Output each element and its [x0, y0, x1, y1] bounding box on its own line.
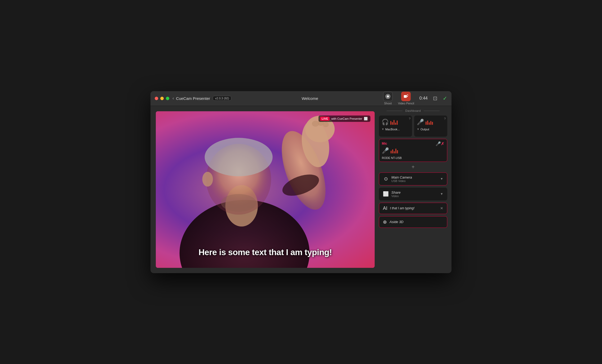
camera-source-icon: ⊙ [383, 176, 389, 182]
shoot-label: Shoot [384, 102, 392, 105]
video-pencil-label: Video Pencil [398, 102, 414, 105]
video-wrapper: LIVE with CueCam Presenter ⬜ Here is som… [156, 111, 375, 268]
camera-source-info: Main Camera USB Video [391, 175, 437, 183]
camera-source-name: Main Camera [391, 175, 437, 179]
cuecam-icon: ⬜ [364, 117, 368, 121]
mic-icon: 🎤 [382, 147, 389, 154]
main-content: LIVE with CueCam Presenter ⬜ Here is som… [150, 106, 452, 273]
mic-bar-3 [394, 151, 395, 153]
mic-label: Mic [382, 142, 387, 145]
level-bar-3 [393, 120, 395, 125]
mic-level-bars [391, 148, 398, 153]
video-container: LIVE with CueCam Presenter ⬜ Here is som… [150, 106, 375, 273]
macbook-audio-icon-row: 🎧 [382, 119, 409, 126]
live-indicator: LIVE [320, 117, 330, 121]
sidebar: Dashboard ? 🎧 [375, 106, 452, 273]
svg-point-17 [323, 122, 329, 127]
mic-bar-5 [397, 150, 398, 153]
macbook-audio-card[interactable]: ? 🎧 ▼ MacBook... [379, 116, 412, 137]
text-overlay-value: t that I am typing! [390, 206, 437, 210]
mic-card[interactable]: Mic 🎤✗ 🎤 RODE NT-USB [379, 139, 447, 162]
headphones-icon: 🎧 [382, 119, 389, 126]
back-button[interactable]: ‹ [172, 96, 174, 101]
out-bar-5 [432, 122, 433, 125]
output-audio-icon-row: 🎤 [417, 119, 445, 126]
live-badge: LIVE with CueCam Presenter ⬜ [318, 116, 370, 122]
svg-line-5 [407, 95, 408, 95]
mic-bar-2 [392, 149, 393, 153]
macbook-level-bars [390, 119, 398, 125]
output-expand-icon: ▼ [417, 128, 419, 131]
share-source-icon: ⬜ [383, 191, 389, 197]
text-overlay-row[interactable]: AI t that I am typing! ✕ [379, 203, 447, 214]
svg-point-0 [387, 95, 389, 98]
output-name: Output [420, 128, 429, 131]
version-badge: v2.0.3 (92) [213, 96, 232, 101]
mic-bar-1 [391, 151, 392, 153]
aside-3d-icon: ⊕ [383, 219, 387, 225]
macbook-help-button[interactable]: ? [409, 117, 410, 120]
confirm-button[interactable]: ✓ [443, 95, 447, 101]
share-chevron-icon: ▼ [440, 192, 443, 196]
macbook-name: MacBook... [385, 128, 400, 131]
screen-icon[interactable]: ⊡ [433, 95, 437, 101]
video-pencil-icon [403, 94, 409, 99]
close-button[interactable] [155, 97, 158, 100]
camera-source-sub: USB Video [391, 179, 437, 183]
level-bar-1 [390, 121, 391, 125]
add-source-row: + [379, 164, 447, 170]
mic-icon-row: 🎤 [382, 147, 444, 154]
share-source-sub: Video [391, 194, 437, 198]
level-bar-4 [395, 123, 396, 125]
svg-point-10 [205, 138, 272, 176]
svg-marker-3 [407, 96, 408, 97]
video-background: LIVE with CueCam Presenter ⬜ Here is som… [156, 111, 375, 268]
audio-cards-row: ? 🎧 ▼ MacBook... [379, 116, 447, 137]
app-window: ‹ CueCam Presenter v2.0.3 (92) Welcome S… [150, 91, 452, 273]
mic-mute-icon[interactable]: 🎤✗ [436, 141, 444, 146]
video-pencil-button[interactable]: Video Pencil [398, 92, 414, 105]
add-source-button[interactable]: + [410, 164, 416, 170]
level-bar-2 [392, 122, 393, 125]
window-title: Welcome [237, 96, 383, 101]
output-card-bottom: ▼ Output [417, 128, 445, 131]
camera-icon [385, 93, 391, 100]
text-overlay-icon: AI [383, 206, 387, 211]
aside-3d-row[interactable]: ⊕ Aside 3D [379, 216, 447, 228]
camera-chevron-icon: ▼ [440, 177, 443, 181]
subtitle-overlay: Here is some text that I am typing! [156, 247, 375, 257]
output-level-bars [426, 119, 433, 125]
output-audio-card[interactable]: ? 🎤 ▼ Output [414, 116, 447, 137]
text-overlay-close-button[interactable]: ✕ [440, 206, 443, 210]
svg-point-19 [221, 194, 256, 212]
out-bar-3 [429, 122, 430, 125]
macbook-expand-icon: ▼ [382, 128, 384, 131]
mic-bar-4 [395, 149, 396, 153]
svg-rect-2 [404, 95, 407, 98]
share-source-name: Share [391, 190, 437, 194]
mic-card-header: Mic 🎤✗ [382, 141, 444, 146]
share-source[interactable]: ⬜ Share Video ▼ [379, 188, 447, 201]
out-bar-4 [430, 121, 431, 125]
maximize-button[interactable] [166, 97, 169, 100]
share-source-info: Share Video [391, 190, 437, 198]
out-bar-2 [427, 121, 428, 125]
level-bar-5 [397, 121, 398, 125]
timer: 0:44 [419, 96, 428, 101]
svg-point-11 [202, 172, 213, 187]
mic-device-name: RODE NT-USB [382, 156, 444, 159]
titlebar-actions: Shoot Video Pencil 0:44 ⊡ ✓ [383, 92, 447, 105]
shoot-button[interactable]: Shoot [383, 92, 393, 105]
minimize-button[interactable] [160, 97, 164, 100]
output-help-button[interactable]: ? [444, 117, 446, 120]
microphone-icon: 🎤 [417, 119, 424, 126]
aside-3d-name: Aside 3D [389, 220, 404, 224]
macbook-card-bottom: ▼ MacBook... [382, 128, 409, 131]
live-description: with CueCam Presenter [331, 117, 362, 120]
traffic-lights [155, 97, 169, 100]
titlebar: ‹ CueCam Presenter v2.0.3 (92) Welcome S… [150, 91, 452, 106]
out-bar-1 [426, 122, 427, 125]
person-svg [156, 111, 375, 268]
dashboard-label: Dashboard [379, 109, 447, 112]
main-camera-source[interactable]: ⊙ Main Camera USB Video ▼ [379, 172, 447, 185]
